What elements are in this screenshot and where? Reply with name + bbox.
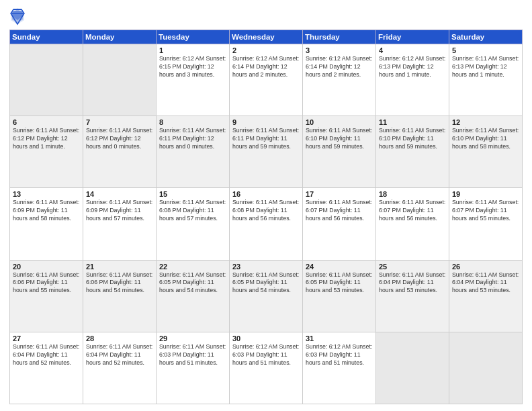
day-number: 21 [86,263,153,271]
day-number: 9 [232,118,300,126]
calendar-cell: 25Sunrise: 6:11 AM Sunset: 6:04 PM Dayli… [376,260,449,332]
calendar-cell [10,44,83,116]
calendar-cell: 20Sunrise: 6:11 AM Sunset: 6:06 PM Dayli… [10,260,83,332]
day-number: 27 [13,334,80,342]
calendar-cell: 7Sunrise: 6:11 AM Sunset: 6:12 PM Daylig… [83,116,157,188]
day-info: Sunrise: 6:11 AM Sunset: 6:13 PM Dayligh… [452,55,519,79]
day-number: 2 [232,46,300,54]
day-info: Sunrise: 6:11 AM Sunset: 6:04 PM Dayligh… [379,271,446,295]
day-info: Sunrise: 6:11 AM Sunset: 6:12 PM Dayligh… [86,127,153,151]
calendar-cell: 9Sunrise: 6:11 AM Sunset: 6:11 PM Daylig… [230,116,303,188]
day-info: Sunrise: 6:11 AM Sunset: 6:08 PM Dayligh… [159,199,226,223]
calendar-cell: 11Sunrise: 6:11 AM Sunset: 6:10 PM Dayli… [376,116,449,188]
day-number: 17 [306,190,373,198]
day-number: 20 [13,263,80,271]
day-info: Sunrise: 6:11 AM Sunset: 6:03 PM Dayligh… [159,343,226,367]
day-number: 13 [13,190,80,198]
logo-icon [9,7,26,26]
day-info: Sunrise: 6:12 AM Sunset: 6:03 PM Dayligh… [232,343,300,367]
day-number: 6 [13,118,80,126]
calendar-header-row: SundayMondayTuesdayWednesdayThursdayFrid… [10,30,523,44]
day-info: Sunrise: 6:11 AM Sunset: 6:06 PM Dayligh… [86,271,153,295]
header [9,7,523,26]
day-info: Sunrise: 6:11 AM Sunset: 6:05 PM Dayligh… [232,271,300,295]
calendar-cell [449,332,523,404]
day-info: Sunrise: 6:11 AM Sunset: 6:05 PM Dayligh… [306,271,373,295]
day-number: 12 [452,118,519,126]
day-number: 10 [306,118,373,126]
calendar-cell: 12Sunrise: 6:11 AM Sunset: 6:10 PM Dayli… [449,116,523,188]
calendar-cell: 15Sunrise: 6:11 AM Sunset: 6:08 PM Dayli… [157,188,230,260]
day-number: 22 [159,263,226,271]
calendar-cell: 4Sunrise: 6:12 AM Sunset: 6:13 PM Daylig… [376,44,449,116]
day-number: 5 [452,46,519,54]
day-info: Sunrise: 6:11 AM Sunset: 6:10 PM Dayligh… [379,127,446,151]
calendar-cell: 24Sunrise: 6:11 AM Sunset: 6:05 PM Dayli… [303,260,376,332]
day-info: Sunrise: 6:11 AM Sunset: 6:08 PM Dayligh… [232,199,300,223]
calendar-cell: 29Sunrise: 6:11 AM Sunset: 6:03 PM Dayli… [157,332,230,404]
day-number: 29 [159,334,226,342]
day-info: Sunrise: 6:11 AM Sunset: 6:07 PM Dayligh… [379,199,446,223]
calendar-cell: 1Sunrise: 6:12 AM Sunset: 6:15 PM Daylig… [157,44,230,116]
day-number: 11 [379,118,446,126]
day-info: Sunrise: 6:11 AM Sunset: 6:07 PM Dayligh… [306,199,373,223]
day-number: 26 [452,263,519,271]
day-info: Sunrise: 6:11 AM Sunset: 6:05 PM Dayligh… [159,271,226,295]
day-number: 25 [379,263,446,271]
day-info: Sunrise: 6:12 AM Sunset: 6:14 PM Dayligh… [232,55,300,79]
calendar-cell: 19Sunrise: 6:11 AM Sunset: 6:07 PM Dayli… [449,188,523,260]
calendar-week-row: 1Sunrise: 6:12 AM Sunset: 6:15 PM Daylig… [10,44,523,116]
day-info: Sunrise: 6:11 AM Sunset: 6:04 PM Dayligh… [452,271,519,295]
weekday-header-saturday: Saturday [449,30,523,44]
day-number: 7 [86,118,153,126]
calendar-week-row: 27Sunrise: 6:11 AM Sunset: 6:04 PM Dayli… [10,332,523,404]
calendar-cell: 17Sunrise: 6:11 AM Sunset: 6:07 PM Dayli… [303,188,376,260]
day-info: Sunrise: 6:11 AM Sunset: 6:11 PM Dayligh… [159,127,226,151]
calendar-week-row: 13Sunrise: 6:11 AM Sunset: 6:09 PM Dayli… [10,188,523,260]
weekday-header-friday: Friday [376,30,449,44]
calendar-cell: 13Sunrise: 6:11 AM Sunset: 6:09 PM Dayli… [10,188,83,260]
calendar-cell: 21Sunrise: 6:11 AM Sunset: 6:06 PM Dayli… [83,260,157,332]
day-info: Sunrise: 6:11 AM Sunset: 6:04 PM Dayligh… [86,343,153,367]
calendar-cell: 30Sunrise: 6:12 AM Sunset: 6:03 PM Dayli… [230,332,303,404]
day-info: Sunrise: 6:11 AM Sunset: 6:04 PM Dayligh… [13,343,80,367]
calendar-cell [376,332,449,404]
day-number: 4 [379,46,446,54]
day-info: Sunrise: 6:12 AM Sunset: 6:14 PM Dayligh… [306,55,373,79]
day-info: Sunrise: 6:11 AM Sunset: 6:09 PM Dayligh… [86,199,153,223]
day-info: Sunrise: 6:11 AM Sunset: 6:10 PM Dayligh… [306,127,373,151]
calendar-cell: 10Sunrise: 6:11 AM Sunset: 6:10 PM Dayli… [303,116,376,188]
calendar-cell: 8Sunrise: 6:11 AM Sunset: 6:11 PM Daylig… [157,116,230,188]
calendar-week-row: 6Sunrise: 6:11 AM Sunset: 6:12 PM Daylig… [10,116,523,188]
day-number: 3 [306,46,373,54]
day-number: 16 [232,190,300,198]
calendar-table: SundayMondayTuesdayWednesdayThursdayFrid… [9,30,523,404]
calendar-cell: 14Sunrise: 6:11 AM Sunset: 6:09 PM Dayli… [83,188,157,260]
page: SundayMondayTuesdayWednesdayThursdayFrid… [0,0,532,411]
day-number: 31 [306,334,373,342]
calendar-cell: 16Sunrise: 6:11 AM Sunset: 6:08 PM Dayli… [230,188,303,260]
weekday-header-sunday: Sunday [10,30,83,44]
day-info: Sunrise: 6:11 AM Sunset: 6:07 PM Dayligh… [452,199,519,223]
day-number: 28 [86,334,153,342]
day-info: Sunrise: 6:12 AM Sunset: 6:13 PM Dayligh… [379,55,446,79]
day-number: 30 [232,334,300,342]
day-number: 14 [86,190,153,198]
calendar-cell: 28Sunrise: 6:11 AM Sunset: 6:04 PM Dayli… [83,332,157,404]
day-info: Sunrise: 6:11 AM Sunset: 6:10 PM Dayligh… [452,127,519,151]
calendar-cell: 18Sunrise: 6:11 AM Sunset: 6:07 PM Dayli… [376,188,449,260]
weekday-header-thursday: Thursday [303,30,376,44]
day-info: Sunrise: 6:11 AM Sunset: 6:09 PM Dayligh… [13,199,80,223]
day-number: 23 [232,263,300,271]
day-number: 8 [159,118,226,126]
day-info: Sunrise: 6:12 AM Sunset: 6:15 PM Dayligh… [159,55,226,79]
day-number: 24 [306,263,373,271]
calendar-cell: 5Sunrise: 6:11 AM Sunset: 6:13 PM Daylig… [449,44,523,116]
calendar-cell: 22Sunrise: 6:11 AM Sunset: 6:05 PM Dayli… [157,260,230,332]
calendar-cell: 2Sunrise: 6:12 AM Sunset: 6:14 PM Daylig… [230,44,303,116]
calendar-week-row: 20Sunrise: 6:11 AM Sunset: 6:06 PM Dayli… [10,260,523,332]
logo [9,7,28,26]
day-info: Sunrise: 6:11 AM Sunset: 6:12 PM Dayligh… [13,127,80,151]
calendar-cell: 27Sunrise: 6:11 AM Sunset: 6:04 PM Dayli… [10,332,83,404]
weekday-header-tuesday: Tuesday [157,30,230,44]
